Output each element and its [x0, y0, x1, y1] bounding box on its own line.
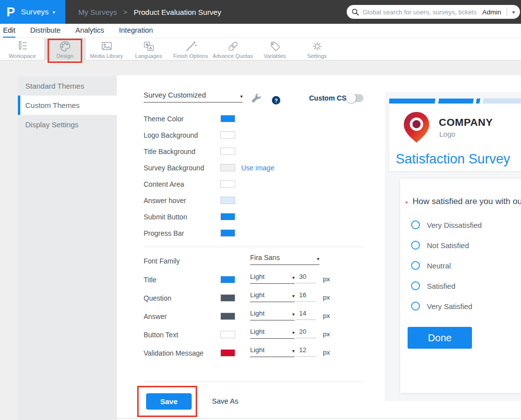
custom-css-toggle[interactable]	[347, 94, 364, 102]
option-satisfied[interactable]: Satisfied	[411, 281, 521, 291]
swatch-answer-hover[interactable]	[220, 197, 235, 204]
swatch-submit-button[interactable]	[220, 213, 235, 220]
top-bar: P Surveys ▾ My Surveys > Product Evaluat…	[0, 0, 521, 24]
account-dropdown-caret[interactable]: ▾	[507, 9, 520, 15]
settings-gear-icon	[311, 40, 323, 52]
toolbar-settings[interactable]: Settings	[296, 38, 338, 60]
search-icon	[352, 8, 359, 16]
swatch-button-text[interactable]	[220, 331, 235, 338]
swatch-survey-background[interactable]	[220, 164, 235, 171]
row-label-button-text: Button Text	[144, 331, 178, 339]
answer-weight-select[interactable]: Light▾	[250, 310, 295, 320]
toolbar-finish-options[interactable]: Finish Options	[170, 38, 211, 60]
chevron-down-icon: ▾	[240, 94, 243, 99]
swatch-title-font[interactable]	[220, 276, 235, 283]
title-size-input[interactable]	[296, 273, 316, 283]
edit-theme-wrench-icon[interactable]	[250, 93, 263, 106]
sidebar-item-standard-themes[interactable]: Standard Themes	[18, 76, 117, 96]
company-name: COMPANY	[439, 116, 493, 128]
row-label-logo-background: Logo Background	[144, 131, 198, 139]
themes-sidebar: Standard Themes Custom Themes Display Se…	[18, 76, 117, 420]
swatch-title-background[interactable]	[220, 148, 235, 155]
validation-size-unit: px	[323, 349, 330, 356]
swatch-theme-color[interactable]	[220, 115, 235, 122]
question-size-input[interactable]	[296, 291, 316, 302]
global-search: Admin ▾	[347, 5, 520, 19]
swatch-question-font[interactable]	[220, 294, 235, 302]
button-text-size-input[interactable]	[296, 328, 316, 338]
company-logo-icon	[402, 111, 431, 143]
toolbar-media-library[interactable]: Media Library	[86, 38, 127, 60]
title-size-unit: px	[323, 275, 330, 283]
chevron-down-icon: ▾	[317, 256, 319, 262]
advance-quotas-link-icon	[227, 40, 239, 52]
row-label-answer: Answer	[144, 313, 167, 320]
breadcrumb: My Surveys > Product Evaluation Survey	[78, 0, 221, 24]
page-bottom-divider	[117, 418, 521, 419]
done-button[interactable]: Done	[408, 327, 472, 349]
swatch-progress-bar[interactable]	[220, 229, 235, 237]
option-neutral[interactable]: Neutral	[411, 261, 521, 270]
font-family-select[interactable]: Fira Sans▾	[250, 254, 319, 265]
toolbar-languages[interactable]: Languages	[128, 38, 169, 60]
product-name: Surveys	[21, 7, 49, 16]
save-as-link[interactable]: Save As	[212, 397, 238, 405]
tab-edit[interactable]: Edit	[3, 24, 15, 38]
account-label[interactable]: Admin	[482, 8, 507, 16]
validation-weight-select[interactable]: Light▾	[250, 346, 295, 357]
answer-size-input[interactable]	[296, 310, 316, 320]
primary-nav: Edit Distribute Analytics Integration	[0, 24, 521, 38]
option-very-satisfied[interactable]: Very Satisfied	[411, 301, 521, 311]
button-text-size-unit: px	[323, 330, 330, 338]
preview-question-card: * How satisfied are you with our Very Di…	[400, 179, 521, 393]
swatch-content-area[interactable]	[220, 180, 235, 188]
save-button[interactable]: Save	[146, 393, 192, 410]
answer-size-unit: px	[323, 312, 330, 319]
toolbar-advance-quotas[interactable]: Advance Quotas	[212, 38, 254, 60]
button-text-weight-select[interactable]: Light▾	[250, 328, 295, 339]
help-icon[interactable]: ?	[272, 96, 280, 105]
brand-logo-icon: P	[6, 5, 15, 18]
required-asterisk: *	[405, 199, 408, 208]
variables-tag-icon	[269, 40, 281, 52]
breadcrumb-my-surveys[interactable]: My Surveys	[78, 8, 117, 16]
toolbar-workspace[interactable]: Workspace	[1, 38, 43, 60]
editor-toolbar: Workspace Design Media Library Languag	[0, 38, 521, 60]
row-label-title-background: Title Background	[144, 148, 196, 156]
search-input[interactable]	[363, 8, 482, 16]
swatch-validation-message[interactable]	[220, 349, 235, 357]
survey-title: Satisfaction Survey	[396, 152, 510, 167]
sidebar-item-display-settings[interactable]: Display Settings	[18, 115, 117, 134]
row-label-progress-bar: Progress Bar	[144, 229, 184, 237]
question-size-unit: px	[323, 294, 330, 301]
preview-theme-stripe	[389, 99, 521, 104]
option-very-dissatisfied[interactable]: Very Dissatisfied	[411, 220, 521, 230]
title-weight-select[interactable]: Light▾	[250, 273, 295, 284]
swatch-answer-font[interactable]	[220, 313, 235, 320]
tab-integration[interactable]: Integration	[119, 24, 153, 38]
section-divider	[144, 381, 364, 382]
radio-icon	[411, 261, 420, 270]
use-image-link[interactable]: Use image	[241, 164, 274, 172]
swatch-logo-background[interactable]	[220, 131, 235, 139]
option-not-satisfied[interactable]: Not Satisfied	[411, 240, 521, 250]
breadcrumb-separator: >	[123, 8, 127, 16]
active-indicator	[18, 96, 20, 115]
row-label-survey-background: Survey Background	[144, 164, 204, 172]
survey-preview: COMPANY Logo Satisfaction Survey * How s…	[385, 92, 521, 401]
question-weight-select[interactable]: Light▾	[250, 291, 295, 302]
row-label-content-area: Content Area	[144, 180, 184, 188]
app-logo-menu[interactable]: P Surveys ▾	[0, 0, 65, 24]
sidebar-item-custom-themes[interactable]: Custom Themes	[18, 96, 117, 115]
media-library-icon	[101, 40, 113, 52]
custom-css-label: Custom CSS	[309, 94, 351, 102]
validation-size-input[interactable]	[296, 346, 316, 357]
app-screen: P Surveys ▾ My Surveys > Product Evaluat…	[0, 0, 521, 420]
toggle-knob	[346, 93, 356, 103]
toolbar-variables[interactable]: Variables	[254, 38, 296, 60]
toolbar-design[interactable]: Design	[44, 38, 86, 60]
preview-header-card: COMPANY Logo Satisfaction Survey	[389, 99, 521, 171]
theme-select[interactable]: Survey Customized▾	[144, 91, 243, 103]
tab-distribute[interactable]: Distribute	[30, 24, 60, 38]
tab-analytics[interactable]: Analytics	[75, 24, 104, 38]
